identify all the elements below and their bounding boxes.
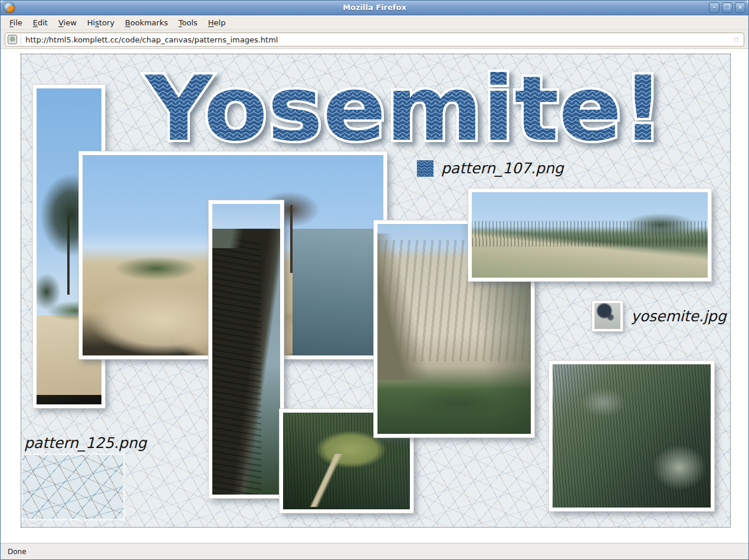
photo-ridge-panorama xyxy=(468,189,711,281)
page-heading: Yosemite! xyxy=(144,57,664,161)
yosemite-label: yosemite.jpg xyxy=(631,308,727,325)
canvas-title-art: Yosemite! xyxy=(136,57,673,163)
menu-help[interactable]: Help xyxy=(203,17,231,29)
window-title: Mozilla Firefox xyxy=(1,3,748,12)
status-text: Done xyxy=(8,548,27,556)
menu-edit[interactable]: Edit xyxy=(28,17,53,29)
statusbar: Done xyxy=(1,543,748,559)
photo-overhang-cliff xyxy=(209,200,284,498)
bookmark-star-icon[interactable]: ☆ xyxy=(730,34,743,45)
close-button[interactable]: ✕ xyxy=(735,2,745,13)
menu-view[interactable]: View xyxy=(53,17,82,29)
pattern125-label: pattern_125.png xyxy=(24,434,147,452)
menu-file[interactable]: File xyxy=(4,17,28,29)
titlebar[interactable]: Mozilla Firefox – ❐ ✕ xyxy=(1,1,748,15)
site-favicon-icon[interactable] xyxy=(8,35,17,44)
html5-canvas: Yosemite! pattern_ xyxy=(21,54,731,528)
menu-tools[interactable]: Tools xyxy=(173,17,203,29)
window-controls: – ❐ ✕ xyxy=(709,2,745,13)
maximize-button[interactable]: ❐ xyxy=(722,2,732,13)
photo-forested-mountainside xyxy=(549,361,714,511)
firefox-window: Mozilla Firefox – ❐ ✕ File Edit View His… xyxy=(0,0,749,560)
url-text: http://html5.komplett.cc/code/chap_canva… xyxy=(25,35,730,44)
navigation-bar: http://html5.komplett.cc/code/chap_canva… xyxy=(1,30,748,49)
page-content: Yosemite! pattern_ xyxy=(1,49,748,544)
favicon-divider xyxy=(21,34,21,45)
menu-bookmarks[interactable]: Bookmarks xyxy=(120,17,173,29)
menu-history[interactable]: History xyxy=(82,17,120,29)
minimize-button[interactable]: – xyxy=(709,2,720,13)
yosemite-legend: yosemite.jpg xyxy=(592,301,727,331)
yosemite-thumbnail xyxy=(592,301,623,331)
pattern125-swatch xyxy=(21,454,124,520)
url-input[interactable]: http://html5.komplett.cc/code/chap_canva… xyxy=(5,32,744,47)
menubar: File Edit View History Bookmarks Tools H… xyxy=(1,15,748,30)
